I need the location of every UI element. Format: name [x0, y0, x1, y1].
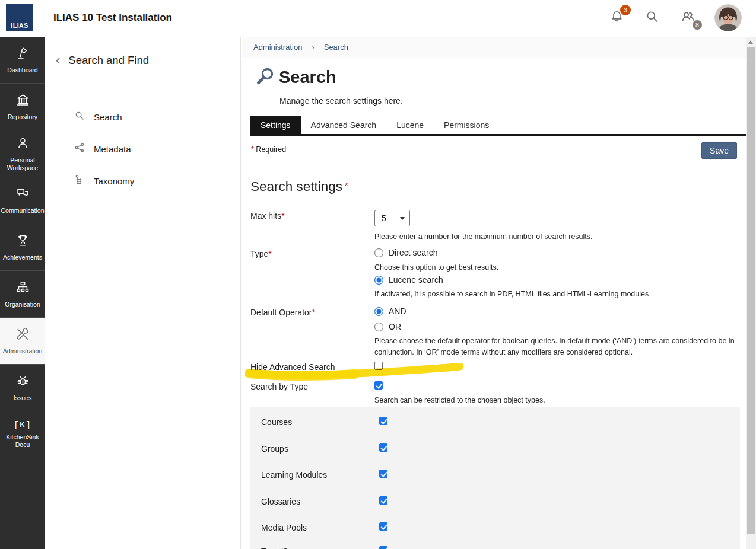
- tab-permissions[interactable]: Permissions: [434, 116, 499, 134]
- tab-lucene[interactable]: Lucene: [386, 116, 434, 134]
- slate-title: Search and Find: [68, 54, 149, 67]
- required-note: * Required: [251, 145, 286, 154]
- vertical-scrollbar[interactable]: [746, 37, 756, 549]
- search-icon: [74, 110, 85, 124]
- sidebar-item-label: Communication: [0, 207, 45, 215]
- sidebar-item-label: Administration: [2, 347, 44, 355]
- search-by-type-checkbox[interactable]: [374, 381, 383, 390]
- max-hits-help: Please enter a number for the maximum nu…: [374, 231, 683, 242]
- sidebar-item-dashboard[interactable]: Dashboard: [0, 37, 45, 84]
- lucene-search-help: If activated, it is possible to search i…: [374, 289, 738, 300]
- object-type-courses-checkbox[interactable]: [379, 417, 387, 425]
- trophy-icon: [15, 232, 31, 251]
- top-header: ILIAS ILIAS 10 Test Installation 3 8: [0, 0, 756, 36]
- radio-label: Lucene search: [389, 275, 443, 285]
- hide-advanced-search-checkbox[interactable]: [374, 362, 383, 370]
- sidebar-item-label: Personal Workspace: [0, 157, 45, 172]
- sidebar-item-label: Issues: [12, 394, 33, 402]
- radio-icon: [374, 323, 383, 331]
- search-button[interactable]: [643, 9, 661, 27]
- object-type-tests-surveys-checkbox[interactable]: [379, 546, 387, 549]
- object-type-label: Courses: [261, 417, 292, 427]
- object-types-panel: Courses Groups Learning Modules Glossari…: [250, 407, 740, 549]
- sidebar-item-communication[interactable]: Communication: [0, 177, 45, 224]
- object-type-label: Glossaries: [261, 497, 300, 506]
- page-subtitle: Manage the search settings here.: [279, 96, 403, 106]
- kitchensink-icon: [K]: [14, 420, 31, 430]
- radio-lucene-search[interactable]: Lucene search: [374, 275, 443, 285]
- scrollbar-thumb[interactable]: [747, 47, 755, 534]
- radio-selected-icon: [374, 276, 383, 285]
- default-operator-label: Default Operator*: [250, 308, 315, 317]
- notifications-badge: 3: [620, 5, 631, 15]
- radio-label: AND: [389, 307, 406, 316]
- save-button[interactable]: Save: [701, 142, 737, 159]
- section-title: Search settings*: [250, 179, 348, 194]
- main-content: Administration › Search Search Manage th…: [242, 37, 746, 549]
- radio-selected-icon: [374, 307, 383, 316]
- direct-search-help: Choose this option to get best results.: [374, 262, 707, 273]
- slate-item-search[interactable]: Search: [45, 101, 240, 133]
- sidebar-item-kitchensink-docu[interactable]: [K] KitchenSink Docu: [0, 411, 45, 458]
- sidebar-item-repository[interactable]: Repository: [0, 84, 45, 130]
- default-operator-help: Please choose the default operator for b…: [374, 336, 739, 358]
- chevron-right-icon: ›: [312, 43, 314, 52]
- user-avatar[interactable]: [714, 4, 742, 31]
- object-type-glossaries-checkbox[interactable]: [379, 496, 387, 505]
- object-type-groups-checkbox[interactable]: [379, 443, 387, 452]
- chevron-left-icon: ‹: [56, 54, 60, 67]
- radio-and[interactable]: AND: [374, 307, 406, 316]
- search-icon: [644, 8, 660, 27]
- slate-item-label: Search: [94, 112, 122, 122]
- sidebar-item-achievements[interactable]: Achievements: [0, 224, 45, 271]
- radio-label: Direct search: [389, 248, 437, 257]
- notifications-button[interactable]: 3: [608, 9, 625, 27]
- tab-advanced-search[interactable]: Advanced Search: [301, 116, 387, 134]
- sidebar-item-label: Achievements: [2, 254, 43, 261]
- breadcrumb: Administration › Search: [242, 37, 746, 58]
- slate-back-header[interactable]: ‹ Search and Find: [45, 37, 240, 84]
- slate-item-label: Taxonomy: [94, 176, 134, 186]
- search-by-type-help: Search can be restricted to the chosen o…: [374, 395, 707, 406]
- sidebar-item-label: Organisation: [4, 301, 42, 308]
- max-hits-value: 5: [382, 213, 386, 223]
- required-asterisk: *: [251, 145, 254, 154]
- repository-icon: [15, 92, 31, 110]
- ilias-logo-text: ILIAS: [11, 22, 28, 29]
- slate-items: Search Metadata Taxonomy: [45, 84, 240, 197]
- slate-item-taxonomy[interactable]: Taxonomy: [45, 165, 240, 197]
- tab-bar: Settings Advanced Search Lucene Permissi…: [250, 116, 746, 136]
- bug-icon: [15, 373, 31, 391]
- slate-item-metadata[interactable]: Metadata: [45, 133, 240, 165]
- sidebar-item-personal-workspace[interactable]: Personal Workspace: [0, 130, 45, 177]
- radio-direct-search[interactable]: Direct search: [374, 248, 437, 257]
- page-search-icon: [253, 67, 275, 91]
- tab-settings[interactable]: Settings: [250, 116, 301, 134]
- object-type-media-pools-checkbox[interactable]: [379, 522, 387, 531]
- page-title: Search: [279, 68, 336, 87]
- radio-or[interactable]: OR: [374, 322, 401, 331]
- sidebar-item-issues[interactable]: Issues: [0, 365, 45, 411]
- object-type-label: Tests/Surveys: [261, 547, 313, 549]
- object-type-learning-modules-checkbox[interactable]: [379, 470, 387, 478]
- sidebar-item-administration[interactable]: Administration: [0, 318, 45, 365]
- sidebar-item-label: KitchenSink Docu: [0, 433, 45, 449]
- search-by-type-label: Search by Type: [250, 382, 308, 391]
- chevron-down-icon: [400, 217, 405, 220]
- main-navigation: Dashboard Repository Personal Workspace …: [0, 37, 45, 549]
- object-type-label: Media Pools: [261, 523, 307, 532]
- hide-advanced-search-label: Hide Advanced Search: [250, 362, 335, 372]
- breadcrumb-search[interactable]: Search: [324, 43, 348, 52]
- sidebar-item-organisation[interactable]: Organisation: [0, 271, 45, 318]
- breadcrumb-administration[interactable]: Administration: [253, 43, 302, 52]
- type-label: Type*: [250, 249, 272, 258]
- contacts-badge: 8: [693, 20, 702, 30]
- search-and-find-panel: ‹ Search and Find Search Metadata Taxono…: [45, 37, 241, 549]
- slate-item-label: Metadata: [94, 144, 131, 154]
- contacts-button[interactable]: 8: [679, 9, 697, 27]
- ilias-logo[interactable]: ILIAS: [6, 4, 33, 31]
- scrollbar-up-arrow-icon[interactable]: [748, 40, 753, 44]
- header-actions: 3 8: [608, 4, 756, 31]
- max-hits-select[interactable]: 5: [374, 210, 410, 226]
- max-hits-label: Max hits*: [250, 211, 285, 221]
